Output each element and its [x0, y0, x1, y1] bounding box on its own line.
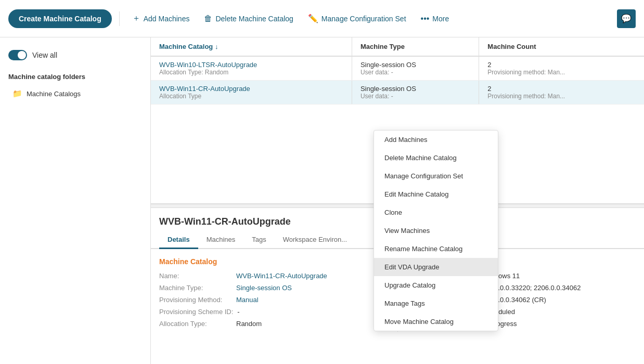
catalog-name-cell: WVB-Win10-LTSR-AutoUpgrade Allocation Ty…: [151, 56, 352, 81]
toolbar: Create Machine Catalog ＋ Add Machines 🗑 …: [0, 0, 644, 37]
detail-row-alloc-type: Allocation Type: Random: [159, 320, 389, 328]
machine-count: 2: [487, 61, 636, 69]
context-manage-tags[interactable]: Manage Tags: [374, 294, 498, 313]
catalog-name-cell-2: WVB-Win11-CR-AutoUpgrade Allocation Type: [151, 81, 352, 105]
table-row[interactable]: WVB-Win11-CR-AutoUpgrade Allocation Type…: [151, 81, 644, 105]
add-machines-button[interactable]: ＋ Add Machines: [127, 10, 195, 27]
more-button[interactable]: ••• More: [416, 11, 455, 27]
catalog-name: WVB-Win10-LTSR-AutoUpgrade: [159, 61, 343, 69]
table-row[interactable]: WVB-Win10-LTSR-AutoUpgrade Allocation Ty…: [151, 56, 644, 81]
manage-config-button[interactable]: ✏️ Manage Configuration Set: [303, 10, 411, 27]
chat-icon-button[interactable]: 💬: [617, 9, 636, 28]
trash-icon: 🗑: [204, 14, 212, 23]
sidebar: View all Machine catalog folders 📁 Machi…: [0, 37, 151, 364]
context-edit-vda-upgrade[interactable]: Edit VDA Upgrade: [374, 258, 498, 276]
tab-workspace-environ[interactable]: Workspace Environ...: [275, 231, 355, 249]
context-move-catalog[interactable]: Move Machine Catalog: [374, 313, 498, 331]
edit-icon: ✏️: [308, 14, 318, 23]
user-data-2: User data: -: [360, 93, 470, 100]
context-menu: Add Machines Delete Machine Catalog Mana…: [373, 130, 498, 331]
prov-method-2: Provisioning method: Man...: [487, 93, 636, 100]
value-name: WVB-Win11-CR-AutoUpgrade: [236, 272, 327, 280]
tab-machines[interactable]: Machines: [198, 231, 244, 249]
context-clone[interactable]: Clone: [374, 203, 498, 222]
label-prov-id: Provisioning Scheme ID:: [159, 308, 233, 316]
machine-catalog-folders-title: Machine catalog folders: [0, 69, 150, 85]
add-machines-label: Add Machines: [144, 15, 190, 23]
label-machine-type: Machine Type:: [159, 284, 232, 292]
view-all-toggle[interactable]: [8, 50, 27, 60]
manage-config-label: Manage Configuration Set: [321, 15, 406, 23]
more-dots-icon: •••: [421, 14, 430, 23]
detail-row-machine-type: Machine Type: Single-session OS: [159, 284, 389, 292]
context-delete-catalog[interactable]: Delete Machine Catalog: [374, 149, 498, 167]
toolbar-separator-1: [119, 11, 120, 26]
col-machine-count[interactable]: Machine Count: [479, 37, 644, 56]
tab-tags[interactable]: Tags: [243, 231, 274, 249]
create-machine-catalog-button[interactable]: Create Machine Catalog: [8, 9, 112, 28]
delete-catalog-button[interactable]: 🗑 Delete Machine Catalog: [199, 11, 298, 27]
detail-row-name: Name: WVB-Win11-CR-AutoUpgrade: [159, 272, 389, 280]
content-area: Machine Catalog ↓ Machine Type Machine C…: [151, 37, 644, 364]
toolbar-right: 💬: [617, 9, 636, 28]
toggle-knob: [18, 51, 26, 59]
machine-type-cell-2: Single-session OS User data: -: [352, 81, 479, 105]
col-machine-catalog[interactable]: Machine Catalog ↓: [151, 37, 352, 56]
machine-type: Single-session OS: [360, 61, 470, 69]
value-machine-type: Single-session OS: [236, 284, 292, 292]
chat-icon: 💬: [621, 14, 632, 23]
value-prov-method: Manual: [236, 296, 259, 304]
context-add-machines[interactable]: Add Machines: [374, 131, 498, 149]
view-all-row: View all: [0, 46, 150, 69]
main-layout: View all Machine catalog folders 📁 Machi…: [0, 37, 644, 364]
catalog-section: Machine Catalog Name: WVB-Win11-CR-AutoU…: [159, 257, 389, 332]
context-edit-catalog[interactable]: Edit Machine Catalog: [374, 185, 498, 203]
catalog-name-2: WVB-Win11-CR-AutoUpgrade: [159, 85, 343, 93]
label-alloc-type: Allocation Type:: [159, 320, 232, 328]
value-prov-id: -: [237, 308, 239, 316]
col-machine-type[interactable]: Machine Type: [352, 37, 479, 56]
tab-details[interactable]: Details: [159, 231, 198, 249]
machine-count-cell-2: 2 Provisioning method: Man...: [479, 81, 644, 105]
catalog-section-title: Machine Catalog: [159, 257, 389, 266]
machine-catalog-table: Machine Catalog ↓ Machine Type Machine C…: [151, 37, 644, 105]
sidebar-item-machine-catalogs[interactable]: 📁 Machine Catalogs: [0, 85, 150, 102]
label-name: Name:: [159, 272, 232, 280]
machine-type-cell: Single-session OS User data: -: [352, 56, 479, 81]
machine-count-cell: 2 Provisioning method: Man...: [479, 56, 644, 81]
catalog-alloc: Allocation Type: Random: [159, 69, 343, 76]
delete-catalog-label: Delete Machine Catalog: [215, 15, 293, 23]
detail-row-prov-method: Provisioning Method: Manual: [159, 296, 389, 304]
machine-type-2: Single-session OS: [360, 85, 470, 93]
machine-catalogs-label: Machine Catalogs: [27, 90, 81, 98]
detail-row-prov-id: Provisioning Scheme ID: -: [159, 308, 389, 316]
context-upgrade-catalog[interactable]: Upgrade Catalog: [374, 276, 498, 294]
view-all-label: View all: [32, 51, 57, 59]
context-view-machines[interactable]: View Machines: [374, 222, 498, 240]
label-prov-method: Provisioning Method:: [159, 296, 232, 304]
context-manage-config[interactable]: Manage Configuration Set: [374, 167, 498, 185]
prov-method: Provisioning method: Man...: [487, 69, 636, 76]
catalog-alloc-2: Allocation Type: [159, 93, 343, 100]
more-label: More: [432, 15, 449, 23]
value-alloc-type: Random: [236, 320, 262, 328]
machine-count-2: 2: [487, 85, 636, 93]
user-data: User data: -: [360, 69, 470, 76]
folder-icon: 📁: [12, 89, 22, 98]
context-rename-catalog[interactable]: Rename Machine Catalog: [374, 240, 498, 258]
add-icon: ＋: [132, 13, 140, 24]
